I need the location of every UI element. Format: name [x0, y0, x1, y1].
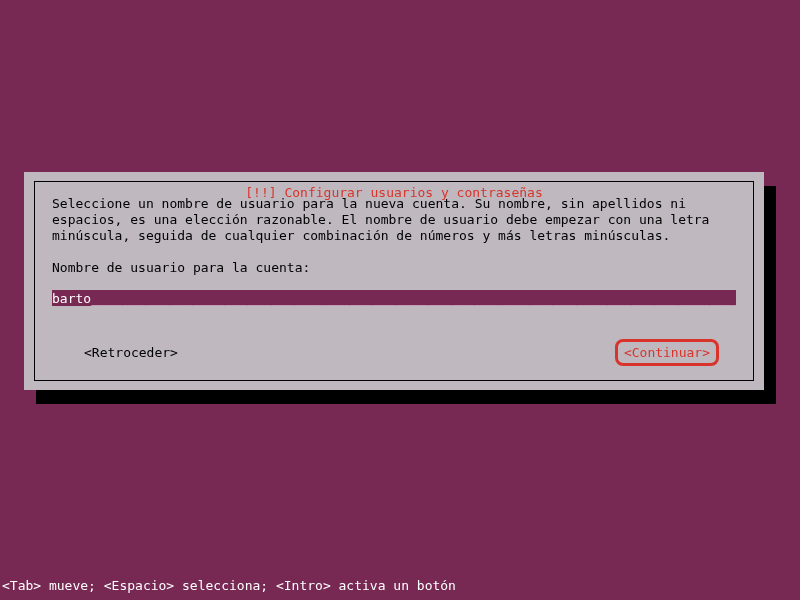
- continue-button-highlight: <Continuar>: [615, 339, 719, 366]
- configure-users-dialog: [!!] Configurar usuarios y contraseñas S…: [24, 172, 764, 390]
- username-prompt-label: Nombre de usuario para la cuenta:: [52, 260, 736, 276]
- back-button[interactable]: <Retroceder>: [52, 345, 178, 360]
- username-input-fill: ________________________________________…: [91, 291, 736, 306]
- dialog-content: Seleccione un nombre de usuario para la …: [52, 196, 736, 276]
- dialog-button-row: <Retroceder> <Continuar>: [52, 338, 736, 366]
- status-bar: <Tab> mueve; <Espacio> selecciona; <Intr…: [0, 578, 456, 594]
- username-input-value: barto: [52, 291, 91, 306]
- username-input[interactable]: barto __________________________________…: [52, 290, 736, 306]
- dialog-instructions: Seleccione un nombre de usuario para la …: [52, 196, 736, 244]
- continue-button[interactable]: <Continuar>: [624, 345, 710, 360]
